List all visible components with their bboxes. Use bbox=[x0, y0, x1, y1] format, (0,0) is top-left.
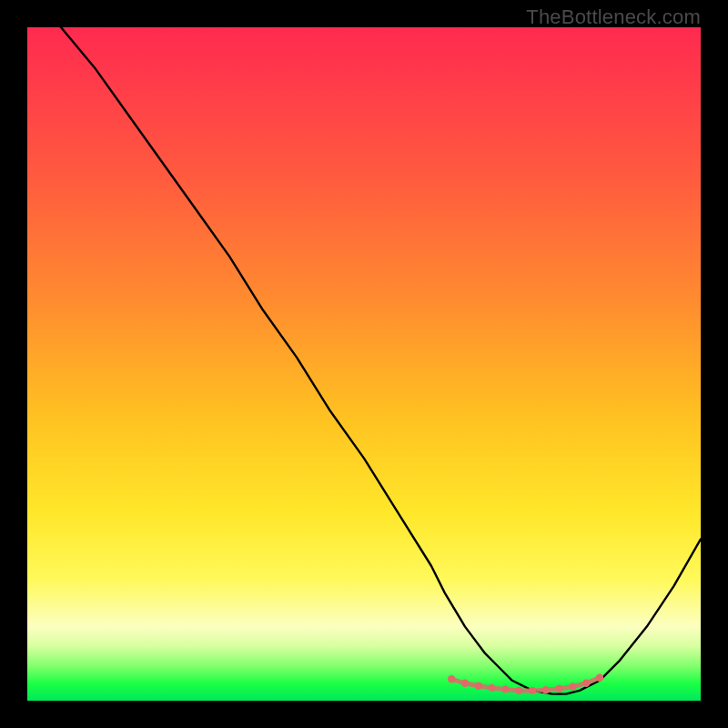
optimal-dot bbox=[596, 674, 603, 682]
optimal-range-line bbox=[451, 678, 600, 691]
optimal-dot bbox=[515, 687, 522, 694]
optimal-dot bbox=[488, 684, 495, 692]
optimal-dot bbox=[569, 682, 576, 690]
optimal-dot bbox=[475, 682, 482, 690]
optimal-dot bbox=[461, 680, 469, 687]
watermark-text: TheBottleneck.com bbox=[526, 5, 701, 29]
chart-frame: TheBottleneck.com bbox=[0, 0, 728, 728]
optimal-dot bbox=[542, 686, 550, 693]
optimal-dot bbox=[582, 680, 590, 687]
optimal-dot bbox=[529, 687, 536, 694]
bottleneck-curve bbox=[61, 27, 701, 694]
optimal-dot bbox=[555, 685, 562, 693]
plot-area bbox=[27, 27, 701, 701]
optimal-dot bbox=[448, 675, 455, 682]
curve-layer bbox=[27, 27, 701, 701]
optimal-dot bbox=[501, 685, 509, 693]
